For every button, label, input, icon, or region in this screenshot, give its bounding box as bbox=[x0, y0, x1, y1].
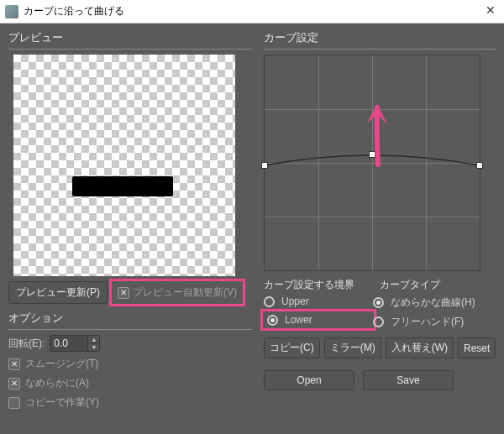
mirror-button[interactable]: ミラー(M) bbox=[324, 337, 381, 358]
copy-button[interactable]: コピー(C) bbox=[264, 337, 320, 358]
reset-button[interactable]: Reset bbox=[458, 337, 496, 358]
options-label: オプション bbox=[8, 311, 252, 326]
radio-icon bbox=[267, 315, 278, 326]
upper-label: Upper bbox=[281, 295, 309, 307]
curve-settings-label: カーブ設定 bbox=[264, 30, 496, 45]
titlebar: カーブに沿って曲げる ✕ bbox=[0, 0, 504, 24]
radio-smooth-curve[interactable]: なめらかな曲線(H) bbox=[373, 295, 475, 310]
smoothly-label: なめらかに(A) bbox=[25, 376, 89, 390]
smoothing-checkbox[interactable] bbox=[8, 358, 20, 370]
curve-type-group-label: カーブタイプ bbox=[380, 278, 440, 292]
curve-editor[interactable] bbox=[264, 55, 480, 271]
preview-update-button[interactable]: プレビュー更新(P) bbox=[8, 281, 108, 304]
auto-update-checkbox[interactable] bbox=[118, 287, 129, 299]
open-button[interactable]: Open bbox=[264, 370, 354, 390]
rotation-stepper[interactable]: ▲ ▼ bbox=[50, 335, 100, 352]
radio-upper[interactable]: Upper bbox=[264, 295, 373, 307]
radio-freehand[interactable]: フリーハンド(F) bbox=[373, 315, 475, 329]
checker-bg bbox=[13, 55, 235, 276]
smoothly-checkbox[interactable] bbox=[8, 378, 20, 390]
work-on-copy-checkbox[interactable] bbox=[8, 397, 20, 409]
smooth-curve-label: なめらかな曲線(H) bbox=[391, 295, 475, 310]
lower-label: Lower bbox=[285, 314, 312, 326]
stepper-down-icon[interactable]: ▼ bbox=[87, 343, 99, 351]
app-icon bbox=[5, 5, 18, 18]
rotation-input[interactable] bbox=[50, 336, 87, 351]
smoothing-label: スムージング(T) bbox=[25, 357, 98, 371]
preview-shape bbox=[72, 176, 173, 196]
radio-lower[interactable]: Lower bbox=[264, 312, 373, 327]
annotation-arrow-icon bbox=[265, 55, 481, 272]
close-icon[interactable]: ✕ bbox=[486, 3, 496, 17]
stepper-up-icon[interactable]: ▲ bbox=[87, 336, 99, 343]
freehand-label: フリーハンド(F) bbox=[391, 315, 464, 329]
preview-canvas bbox=[13, 55, 235, 276]
radio-icon bbox=[264, 296, 275, 307]
boundary-group-label: カーブ設定する境界 bbox=[264, 278, 354, 292]
window-title: カーブに沿って曲げる bbox=[24, 4, 124, 18]
auto-update-toggle[interactable]: プレビュー自動更新(V) bbox=[113, 282, 242, 303]
rotation-label: 回転(E): bbox=[8, 337, 45, 351]
preview-label: プレビュー bbox=[8, 30, 252, 45]
work-on-copy-label: コピーで作業(Y) bbox=[25, 395, 99, 410]
save-button[interactable]: Save bbox=[363, 370, 454, 390]
radio-icon bbox=[373, 316, 384, 327]
radio-icon bbox=[373, 297, 384, 308]
auto-update-label: プレビュー自動更新(V) bbox=[133, 285, 237, 300]
swap-button[interactable]: 入れ替え(W) bbox=[386, 337, 454, 358]
